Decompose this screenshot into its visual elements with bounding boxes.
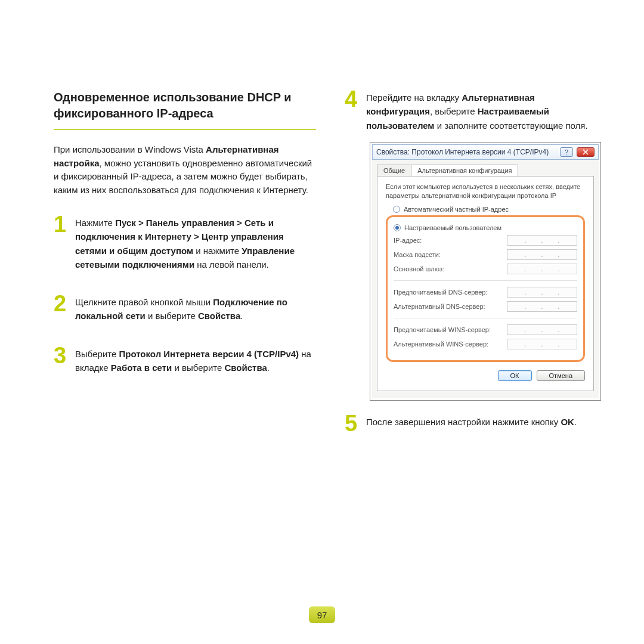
- ip-input[interactable]: ...: [507, 339, 577, 349]
- text-bold: Работа в сети: [111, 363, 172, 373]
- ip-input[interactable]: ...: [507, 249, 577, 260]
- properties-dialog: Свойства: Протокол Интернета версии 4 (T…: [370, 142, 601, 401]
- step-number: 5: [345, 414, 361, 433]
- step-4: 4 Перейдите на вкладку Альтернативная ко…: [345, 89, 601, 132]
- text: При использовании в Windows Vista: [54, 144, 206, 154]
- radio-label: Настраиваемый пользователем: [404, 224, 501, 231]
- step-text: Выберите Протокол Интернета версии 4 (TC…: [75, 346, 316, 375]
- field-label: Основной шлюз:: [394, 265, 444, 273]
- step-number: 1: [54, 215, 70, 271]
- tab-panel: Если этот компьютер используется в неско…: [377, 176, 594, 392]
- field-label: Маска подсети:: [394, 251, 441, 258]
- field-label: Предпочитаемый DNS-сервер:: [394, 289, 487, 296]
- text-bold: Свойства: [224, 363, 267, 373]
- close-icon: [583, 149, 589, 155]
- dialog-hint-text: Если этот компьютер используется в неско…: [386, 182, 585, 200]
- text: После завершения настройки нажмите кнопк…: [366, 417, 561, 427]
- field-alternate-wins: Альтернативный WINS-сервер: ...: [394, 339, 577, 349]
- text-bold: OK: [561, 417, 574, 427]
- highlighted-user-configured-section: Настраиваемый пользователем IP-адрес: ..…: [386, 215, 585, 362]
- cancel-button[interactable]: Отмена: [537, 370, 585, 381]
- step-text: Щелкните правой кнопкой мыши Подключение…: [75, 294, 316, 323]
- intro-paragraph: При использовании в Windows Vista Альтер…: [54, 143, 316, 197]
- radio-auto-private-ip[interactable]: Автоматический частный IP-адрес: [393, 206, 585, 213]
- text: , выберите: [430, 106, 478, 116]
- step-3: 3 Выберите Протокол Интернета версии 4 (…: [54, 346, 316, 375]
- ip-input[interactable]: ...: [507, 264, 577, 274]
- close-button[interactable]: [577, 147, 595, 157]
- step-text: Нажмите Пуск > Панель управления > Сеть …: [75, 215, 316, 271]
- text: Щелкните правой кнопкой мыши: [75, 297, 213, 307]
- radio-icon: [393, 206, 400, 213]
- ok-button[interactable]: ОК: [498, 370, 532, 381]
- step-number: 2: [54, 294, 70, 323]
- step-1: 1 Нажмите Пуск > Панель управления > Сет…: [54, 215, 316, 271]
- field-subnet-mask: Маска подсети: ...: [394, 249, 577, 260]
- radio-label: Автоматический частный IP-адрес: [404, 206, 509, 213]
- dialog-tabs: Общие Альтернативная конфигурация: [377, 165, 594, 176]
- radio-user-configured[interactable]: Настраиваемый пользователем: [394, 224, 577, 231]
- text: на левой панели.: [194, 259, 269, 270]
- field-preferred-wins: Предпочитаемый WINS-сервер: ...: [394, 324, 577, 335]
- step-2: 2 Щелкните правой кнопкой мыши Подключен…: [54, 294, 316, 323]
- field-label: IP-адрес:: [394, 237, 422, 244]
- field-default-gateway: Основной шлюз: ...: [394, 264, 577, 274]
- ip-input[interactable]: ...: [507, 301, 577, 312]
- text: и выберите: [172, 363, 224, 373]
- text-bold: Протокол Интернета версии 4 (TCP/IPv4): [119, 349, 299, 359]
- tab-alternative-config[interactable]: Альтернативная конфигурация: [411, 165, 518, 176]
- text-bold: Свойства: [198, 311, 240, 321]
- text: .: [240, 311, 243, 321]
- page-number: 97: [309, 606, 335, 623]
- ip-input[interactable]: ...: [507, 235, 577, 246]
- field-alternate-dns: Альтернативный DNS-сервер: ...: [394, 301, 577, 312]
- ip-input[interactable]: ...: [507, 287, 577, 298]
- dialog-buttons: ОК Отмена: [386, 370, 585, 381]
- text: и выберите: [145, 311, 198, 321]
- field-label: Предпочитаемый WINS-сервер:: [394, 326, 491, 333]
- text: Нажмите: [75, 218, 115, 228]
- field-label: Альтернативный DNS-сервер:: [394, 303, 485, 310]
- field-label: Альтернативный WINS-сервер:: [394, 340, 488, 348]
- section-title: Одновременное использование DHCP и фикси…: [54, 89, 316, 130]
- radio-icon: [394, 224, 401, 231]
- tab-general[interactable]: Общие: [377, 165, 411, 176]
- step-text: После завершения настройки нажмите кнопк…: [366, 414, 577, 433]
- dialog-title-bar: Свойства: Протокол Интернета версии 4 (T…: [372, 144, 599, 160]
- ip-input[interactable]: ...: [507, 324, 577, 335]
- dialog-title: Свойства: Протокол Интернета версии 4 (T…: [376, 148, 556, 156]
- field-ip-address: IP-адрес: ...: [394, 235, 577, 246]
- text: .: [574, 417, 577, 427]
- text: Перейдите на вкладку: [366, 92, 462, 103]
- help-button[interactable]: ?: [560, 147, 573, 157]
- text: и заполните соответствующие поля.: [434, 120, 587, 131]
- step-number: 3: [54, 346, 70, 375]
- separator: [394, 280, 577, 281]
- text: Выберите: [75, 349, 119, 359]
- text: .: [267, 363, 270, 373]
- separator: [394, 318, 577, 318]
- step-5: 5 После завершения настройки нажмите кно…: [345, 414, 601, 433]
- field-preferred-dns: Предпочитаемый DNS-сервер: ...: [394, 287, 577, 298]
- step-text: Перейдите на вкладку Альтернативная конф…: [366, 89, 601, 132]
- text: и нажмите: [193, 246, 242, 256]
- step-number: 4: [345, 89, 361, 132]
